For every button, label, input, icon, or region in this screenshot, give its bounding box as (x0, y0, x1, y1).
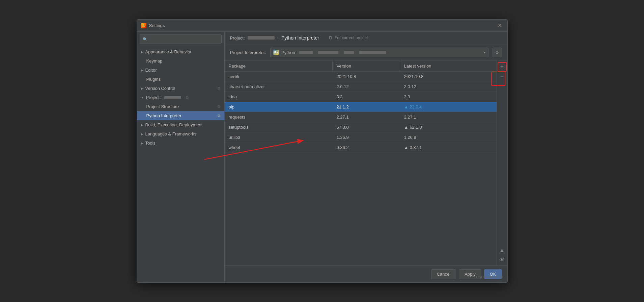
upgrade-indicator-setuptools: ▲ 62.1.0 (404, 125, 493, 130)
table-row[interactable]: setuptools 57.0.0 ▲ 62.1.0 (225, 122, 497, 132)
sidebar-item-label-keymap: Keymap (146, 58, 163, 64)
close-button[interactable]: ✕ (497, 22, 503, 29)
table-row[interactable]: wheel 0.36.2 ▲ 0.37.1 (225, 143, 497, 153)
main-content: 🔍 ▶ Appearance & Behavior Keymap ▶ Edito… (137, 32, 507, 282)
copy-icon-project-structure: ⧉ (218, 104, 220, 109)
interpreter-path-blur-3 (344, 51, 354, 54)
table-header: Package Version Latest version (225, 61, 497, 72)
table-row[interactable]: urllib3 1.26.9 1.26.9 (225, 132, 497, 143)
copy-icon-python-interpreter: ⧉ (218, 114, 220, 118)
breadcrumb-project: Project: (230, 35, 245, 41)
sidebar-item-build[interactable]: ▶ Build, Execution, Deployment (137, 120, 224, 129)
cell-version: 57.0.0 (333, 122, 400, 132)
dropdown-arrow-icon: ▾ (484, 51, 485, 54)
upgrade-indicator-wheel: ▲ 0.37.1 (404, 145, 493, 150)
sidebar-item-label-plugins: Plugins (146, 77, 161, 82)
title-bar: 🐍 Settings ✕ (137, 20, 507, 32)
title-bar-left: 🐍 Settings (141, 23, 165, 28)
table-row[interactable]: certifi 2021.10.8 2021.10.8 (225, 72, 497, 82)
sidebar-item-languages[interactable]: ▶ Languages & Frameworks (137, 129, 224, 139)
sidebar-item-label-build: Build, Execution, Deployment (145, 122, 203, 127)
breadcrumb-bar: Project: › Python Interpreter 🗒 For curr… (225, 32, 507, 44)
sidebar-item-version-control[interactable]: ▶ Version Control ⧉ (137, 84, 224, 93)
sidebar-item-project[interactable]: ▼ Project: ⧉ (137, 93, 224, 102)
sidebar-item-label-project: Project: (146, 95, 161, 100)
info-icon: 🗒 (329, 35, 333, 40)
cell-latest: ▲ 0.37.1 (400, 143, 497, 152)
interpreter-row: Project Interpreter: Py Python ▾ ⚙ (225, 44, 507, 61)
search-box[interactable]: 🔍 (140, 34, 222, 44)
col-header-latest: Latest version (400, 61, 497, 71)
sidebar-item-label-editor: Editor (145, 68, 157, 73)
table-row[interactable]: charset-normalizer 2.0.12 2.0.12 (225, 82, 497, 92)
sidebar-item-editor[interactable]: ▶ Editor (137, 66, 224, 75)
table-row[interactable]: idna 3.3 3.3 (225, 92, 497, 102)
cell-version: 2.27.1 (333, 112, 400, 122)
copy-icon-vcs: ⧉ (218, 86, 220, 91)
search-icon: 🔍 (143, 37, 147, 42)
sidebar-item-label-appearance: Appearance & Behavior (145, 49, 192, 54)
cell-version-pip: 21.1.2 (333, 102, 400, 112)
sidebar-item-label-python-interpreter: Python Interpreter (146, 113, 181, 118)
expand-arrow-appearance: ▶ (141, 50, 143, 54)
cell-latest: 2.27.1 (400, 112, 497, 122)
interpreter-path-blur-2 (318, 51, 338, 54)
interpreter-python-label: Python (281, 50, 295, 55)
cell-latest: 1.26.9 (400, 132, 497, 142)
package-area: Package Version Latest version certifi 2… (225, 61, 507, 266)
expand-arrow-editor: ▶ (141, 69, 143, 72)
watermark: CSDN @哇咔君i (476, 275, 503, 280)
breadcrumb-separator: › (277, 35, 279, 41)
cell-package-pip: pip (225, 102, 333, 112)
sidebar-item-keymap[interactable]: Keymap (137, 56, 224, 66)
settings-dialog: 🐍 Settings ✕ 🔍 ▶ Appearance & Behavior K… (137, 19, 508, 283)
add-package-button[interactable]: + (498, 62, 507, 72)
cell-version: 2021.10.8 (333, 72, 400, 81)
interpreter-path-blur-4 (359, 51, 386, 54)
cell-version: 3.3 (333, 92, 400, 102)
app-icon: 🐍 (141, 23, 146, 28)
eye-button[interactable]: 👁 (498, 255, 506, 264)
package-table: Package Version Latest version certifi 2… (225, 61, 497, 266)
cell-package: idna (225, 92, 333, 102)
table-row[interactable]: requests 2.27.1 2.27.1 (225, 112, 497, 122)
upgrade-arrow-icon: ▲ (404, 104, 409, 109)
sidebar-item-tools[interactable]: ▶ Tools (137, 139, 224, 148)
sidebar: 🔍 ▶ Appearance & Behavior Keymap ▶ Edito… (137, 32, 225, 282)
upgrade-arrow-icon: ▲ (404, 145, 409, 150)
sidebar-item-label-project-structure: Project Structure (146, 104, 179, 109)
remove-package-button[interactable]: − (498, 72, 506, 81)
sidebar-item-python-interpreter[interactable]: Python Interpreter ⧉ (137, 111, 224, 120)
sidebar-item-label-tools: Tools (145, 141, 156, 146)
cancel-button[interactable]: Cancel (431, 269, 456, 279)
cell-version: 1.26.9 (333, 132, 400, 142)
info-label: For current project (335, 35, 368, 40)
table-row-pip[interactable]: pip 21.1.2 ▲ 22.0.4 (225, 102, 497, 112)
python-icon: Py (273, 50, 279, 55)
col-header-package: Package (225, 61, 333, 71)
interpreter-label: Project Interpreter: (230, 50, 267, 55)
cell-package: certifi (225, 72, 333, 81)
cell-latest: 2021.10.8 (400, 72, 497, 81)
expand-arrow-project: ▼ (141, 96, 144, 99)
cell-package: requests (225, 112, 333, 122)
bottom-bar: Cancel Apply OK (225, 266, 507, 282)
sidebar-item-plugins[interactable]: Plugins (137, 75, 224, 84)
scroll-up-button[interactable]: ▲ (498, 246, 506, 255)
sidebar-item-appearance[interactable]: ▶ Appearance & Behavior (137, 47, 224, 56)
table-actions: + − ▲ 👁 (497, 61, 507, 266)
project-name-blur (164, 96, 181, 99)
cell-package: wheel (225, 143, 333, 152)
expand-arrow-build: ▶ (141, 123, 143, 127)
sidebar-item-project-structure[interactable]: Project Structure ⧉ (137, 102, 224, 111)
col-header-version: Version (333, 61, 400, 71)
right-panel: Project: › Python Interpreter 🗒 For curr… (225, 32, 507, 282)
cell-version: 2.0.12 (333, 82, 400, 92)
breadcrumb-project-name-blur (248, 36, 275, 40)
gear-button[interactable]: ⚙ (493, 48, 502, 57)
interpreter-select-dropdown[interactable]: Py Python ▾ (270, 48, 488, 57)
cell-version: 0.36.2 (333, 143, 400, 152)
nav-section: ▶ Appearance & Behavior Keymap ▶ Editor … (137, 47, 224, 148)
expand-arrow-vcs: ▶ (141, 87, 143, 90)
dialog-title: Settings (149, 23, 165, 28)
